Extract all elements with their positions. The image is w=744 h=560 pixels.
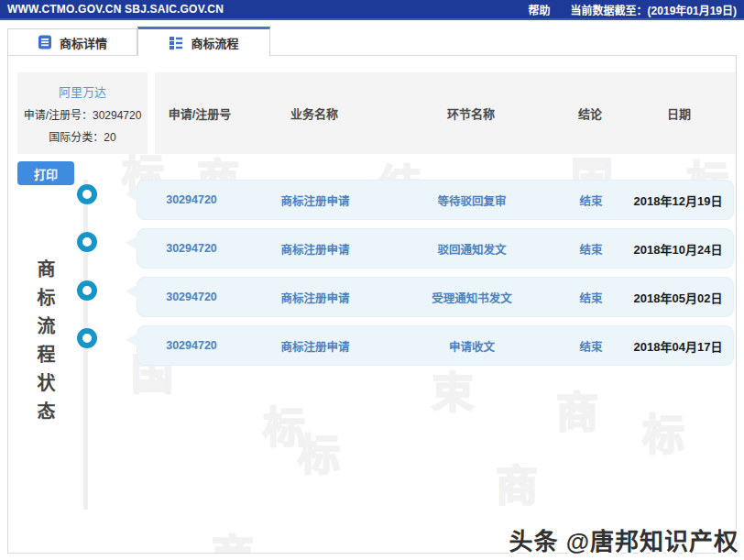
site-url-text: WWW.CTMO.GOV.CN SBJ.SAIC.GOV.CN: [7, 3, 224, 16]
cell-business: 商标注册申请: [246, 289, 385, 306]
cell-stage: 受理通知书发文: [385, 289, 559, 306]
cell-app-no[interactable]: 30294720: [137, 242, 246, 255]
intl-class-text: 国际分类：20: [49, 128, 115, 144]
row-pointer-icon: [126, 236, 138, 250]
tab-trademark-details[interactable]: 商标详情: [7, 28, 137, 55]
table-row[interactable]: 30294720 商标注册申请 申请收文 结束 2018年04月17日: [137, 325, 734, 366]
table-row[interactable]: 30294720 商标注册申请 等待驳回复审 结束 2018年12月19日: [137, 180, 734, 220]
data-cutoff-text: 当前数据截至：(2019年01月19日): [571, 2, 737, 17]
tab-trademark-flow[interactable]: 商标流程: [137, 27, 270, 56]
timeline-node-icon: [77, 280, 97, 301]
cell-conclusion: 结束: [559, 240, 623, 258]
cell-app-no[interactable]: 30294720: [137, 193, 246, 206]
document-icon: [38, 35, 52, 49]
table-row[interactable]: 30294720 商标注册申请 受理通知书发文 结束 2018年05月02日: [137, 277, 734, 317]
row-pointer-icon: [126, 187, 138, 202]
page: WWW.CTMO.GOV.CN SBJ.SAIC.GOV.CN 帮助 当前数据截…: [0, 0, 744, 560]
table-row[interactable]: 30294720 商标注册申请 驳回通知发文 结束 2018年10月24日: [137, 228, 734, 269]
cell-stage: 驳回通知发文: [385, 240, 559, 258]
help-link[interactable]: 帮助: [529, 2, 551, 17]
flow-rows: 30294720 商标注册申请 等待驳回复审 结束 2018年12月19日 30…: [137, 180, 734, 374]
background-watermark-glyph: 标: [298, 421, 340, 481]
cell-stage: 等待驳回复审: [385, 192, 559, 209]
cell-app-no[interactable]: 30294720: [137, 339, 246, 352]
page-title-vertical: 商标流程状态: [32, 259, 59, 430]
list-icon: [169, 36, 183, 50]
top-bar: WWW.CTMO.GOV.CN SBJ.SAIC.GOV.CN 帮助 当前数据截…: [0, 0, 744, 20]
timeline-node-icon: [77, 328, 97, 348]
cell-conclusion: 结束: [559, 192, 623, 209]
cell-app-no[interactable]: 30294720: [137, 291, 246, 303]
background-watermark-glyph: 标: [642, 401, 684, 461]
table-header-row: 申请/注册号 业务名称 环节名称 结论 日期: [155, 72, 736, 154]
tab-label: 商标流程: [191, 34, 238, 51]
watermark-credit-text: 头条 @唐邦知识产权: [509, 522, 739, 556]
cell-conclusion: 结束: [559, 289, 623, 306]
tab-label: 商标详情: [60, 34, 107, 51]
main-panel: 标 商 结 国 标 国 标 商 标 商 束 商 标 阿里万达 申请/注册号：30…: [7, 55, 737, 554]
column-header-app-no: 申请/注册号: [155, 104, 245, 122]
cell-business: 商标注册申请: [246, 192, 385, 209]
cell-date: 2018年04月17日: [623, 337, 733, 355]
print-button[interactable]: 打印: [17, 161, 74, 185]
background-watermark-glyph: 商: [556, 379, 598, 439]
background-watermark-glyph: 商: [212, 522, 254, 554]
application-number-text: 申请/注册号：30294720: [24, 106, 142, 122]
background-watermark-glyph: 商: [496, 452, 538, 512]
timeline-node-icon: [77, 184, 97, 204]
background-watermark-glyph: 标: [263, 393, 305, 454]
cell-stage: 申请收文: [385, 337, 559, 355]
cell-date: 2018年05月02日: [623, 289, 733, 306]
cell-conclusion: 结束: [559, 337, 623, 355]
timeline-node-icon: [77, 232, 97, 252]
row-pointer-icon: [126, 284, 138, 299]
cell-date: 2018年12月19日: [623, 192, 733, 209]
column-header-stage: 环节名称: [384, 104, 558, 122]
cell-business: 商标注册申请: [246, 240, 385, 258]
row-pointer-icon: [126, 333, 138, 347]
column-header-conclusion: 结论: [558, 104, 622, 122]
column-header-business: 业务名称: [245, 104, 384, 122]
trademark-name[interactable]: 阿里万达: [59, 82, 106, 100]
cell-date: 2018年10月24日: [623, 240, 733, 258]
cell-business: 商标注册申请: [246, 337, 385, 355]
column-header-date: 日期: [622, 104, 736, 122]
trademark-info-card: 阿里万达 申请/注册号：30294720 国际分类：20: [17, 72, 148, 154]
